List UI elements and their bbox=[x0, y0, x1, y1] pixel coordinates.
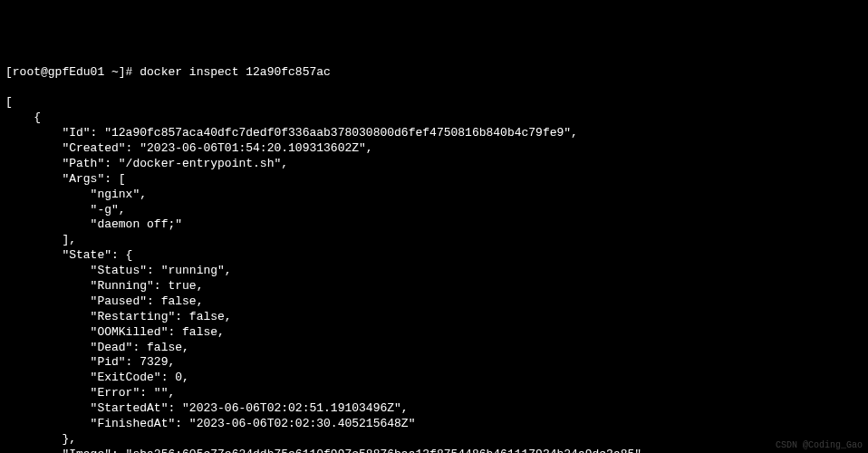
output-line: "Path": "/docker-entrypoint.sh", bbox=[5, 157, 863, 172]
output-line: "Dead": false, bbox=[5, 341, 863, 356]
output-line: "Image": "sha256:605c77e624ddb75e6110f99… bbox=[5, 448, 863, 453]
output-line: "State": { bbox=[5, 248, 863, 264]
watermark: CSDN @Coding_Gao bbox=[776, 439, 863, 451]
output-line: "-g", bbox=[5, 203, 863, 218]
output-line: "nginx", bbox=[5, 188, 863, 203]
output-line: "FinishedAt": "2023-06-06T02:02:30.40521… bbox=[5, 417, 863, 432]
output-line: "Restarting": false, bbox=[5, 310, 863, 325]
output-line: "daemon off;" bbox=[5, 217, 863, 233]
output-line: "Running": true, bbox=[5, 279, 863, 294]
command-prompt[interactable]: [root@gpfEdu01 ~]# docker inspect 12a90f… bbox=[5, 65, 863, 81]
output-line: ], bbox=[5, 233, 863, 248]
output-line: "OOMKilled": false, bbox=[5, 325, 863, 341]
output-line: "Created": "2023-06-06T01:54:20.10931360… bbox=[5, 141, 863, 157]
output-line: "Status": "running", bbox=[5, 264, 863, 279]
output-line: "ExitCode": 0, bbox=[5, 371, 863, 386]
terminal-output: [ { "Id": "12a90fc857aca40dfc7dedf0f336a… bbox=[5, 95, 863, 453]
output-line: "Pid": 7329, bbox=[5, 355, 863, 371]
output-line: "Args": [ bbox=[5, 172, 863, 188]
output-line: "StartedAt": "2023-06-06T02:02:51.191034… bbox=[5, 401, 863, 417]
output-line: [ bbox=[5, 95, 863, 111]
output-line: "Paused": false, bbox=[5, 294, 863, 310]
output-line: }, bbox=[5, 432, 863, 448]
output-line: "Error": "", bbox=[5, 386, 863, 401]
output-line: { bbox=[5, 111, 863, 126]
output-line: "Id": "12a90fc857aca40dfc7dedf0f336aab37… bbox=[5, 126, 863, 141]
